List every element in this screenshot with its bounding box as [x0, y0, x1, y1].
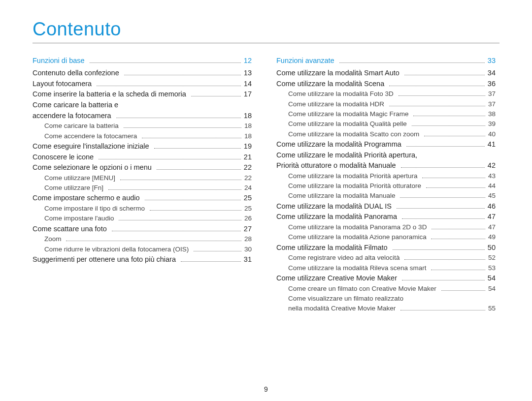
toc-entry[interactable]: Come utilizzare la modalità Azione panor… — [276, 233, 496, 242]
toc-entry[interactable]: Come impostare l'audio 26 — [33, 214, 252, 223]
toc-entry-page: 28 — [244, 235, 252, 244]
toc-entry-label: Come utilizzare le modalità Priorità ape… — [276, 151, 419, 160]
toc-leader-dots — [108, 185, 241, 190]
toc-entry-label: Come registrare video ad alta velocità — [276, 253, 401, 262]
toc-leader-dots — [406, 142, 485, 147]
toc-entry-page: 46 — [488, 202, 496, 211]
toc-entry-label: nella modalità Creative Movie Maker — [276, 304, 398, 313]
toc-entry[interactable]: Priorità otturatore o modalità Manuale 4… — [276, 161, 496, 170]
toc-entry-label: Come eseguire l'installazione iniziale — [33, 142, 151, 151]
toc-entry[interactable]: Come utilizzare la modalità Scatto con z… — [276, 130, 496, 139]
toc-entry-page: 55 — [488, 304, 496, 313]
toc-entry[interactable]: accendere la fotocamera 18 — [33, 111, 252, 121]
toc-entry-page: 36 — [488, 79, 496, 89]
toc-entry-page: 19 — [244, 142, 252, 151]
toc-entry[interactable]: Come utilizzare la modalità Priorità ott… — [276, 182, 496, 190]
toc-entry[interactable]: Come impostare schermo e audio 25 — [33, 193, 252, 203]
toc-leader-dots — [97, 81, 241, 86]
toc-entry-page: 25 — [244, 193, 252, 203]
toc-entry[interactable]: Funzioni avanzate 33 — [276, 56, 496, 65]
toc-entry[interactable]: Come ridurre le vibrazioni della fotocam… — [33, 245, 252, 254]
toc-column-left: Funzioni di base 12Contenuto della confe… — [33, 56, 252, 314]
toc-leader-dots — [194, 247, 241, 251]
toc-entry[interactable]: Come utilizzare Creative Movie Maker 54 — [276, 274, 496, 283]
toc-leader-dots — [389, 102, 485, 106]
toc-entry-page: 33 — [488, 56, 496, 65]
toc-entry[interactable]: Come utilizzare le modalità Priorità ape… — [276, 151, 496, 160]
toc-entry-label: accendere la fotocamera — [33, 111, 113, 121]
toc-entry[interactable]: Come caricare la batteria 18 — [33, 122, 252, 130]
toc-entry[interactable]: Funzioni di base 12 — [33, 56, 252, 65]
toc-entry[interactable]: Come inserire la batteria e la scheda di… — [33, 90, 252, 99]
toc-entry-page: 54 — [488, 284, 496, 293]
toc-entry-page: 52 — [488, 253, 496, 262]
toc-entry-label: Come utilizzare la modalità DUAL IS — [276, 202, 394, 211]
toc-entry[interactable]: Come utilizzare la modalità Priorità ape… — [276, 172, 496, 181]
toc-entry[interactable]: Come scattare una foto 27 — [33, 224, 252, 234]
toc-entry[interactable]: Suggerimenti per ottenere una foto più c… — [33, 255, 252, 264]
toc-leader-dots — [124, 123, 241, 128]
toc-columns: Funzioni di base 12Contenuto della confe… — [33, 56, 499, 314]
toc-leader-dots — [401, 163, 485, 168]
toc-entry[interactable]: Come utilizzare [Fn] 24 — [33, 184, 252, 192]
toc-entry-label: Come utilizzare la modalità Magic Frame — [276, 110, 410, 119]
toc-entry-page: 18 — [244, 122, 252, 130]
toc-entry-page: 21 — [244, 153, 252, 162]
toc-entry[interactable]: Come impostare il tipo di schermo 25 — [33, 204, 252, 213]
toc-entry-label: Come utilizzare la modalità Priorità ape… — [276, 172, 419, 181]
toc-entry[interactable]: Come utilizzare la modalità Panorama 2D … — [276, 223, 496, 232]
toc-entry[interactable]: nella modalità Creative Movie Maker 55 — [276, 304, 496, 313]
toc-leader-dots — [400, 306, 485, 310]
toc-entry[interactable]: Come utilizzare la modalità Filmato 50 — [276, 243, 496, 252]
toc-entry[interactable]: Come utilizzare la modalità Foto 3D 37 — [276, 90, 496, 98]
toc-entry[interactable]: Come registrare video ad alta velocità 5… — [276, 253, 496, 262]
toc-entry[interactable]: Come visualizzare un filmato realizzato — [276, 294, 496, 303]
toc-entry-page: 41 — [488, 140, 496, 149]
toc-leader-dots — [154, 144, 241, 149]
toc-entry-label: Come utilizzare la modalità Filmato — [276, 243, 390, 252]
toc-entry-page: 44 — [488, 182, 496, 190]
toc-entry-label: Suggerimenti per ottenere una foto più c… — [33, 255, 178, 264]
toc-entry[interactable]: Come selezionare le opzioni o i menu 22 — [33, 163, 252, 172]
toc-entry-page: 25 — [244, 204, 252, 213]
toc-leader-dots — [397, 204, 485, 209]
toc-entry[interactable]: Come eseguire l'installazione iniziale 1… — [33, 142, 252, 151]
toc-entry[interactable]: Come caricare la batteria e — [33, 100, 252, 110]
toc-entry[interactable]: Come utilizzare la modalità Smart Auto 3… — [276, 68, 496, 78]
toc-entry[interactable]: Come utilizzare la modalità HDR 37 — [276, 100, 496, 109]
toc-entry[interactable]: Come utilizzare la modalità Qualità pell… — [276, 120, 496, 128]
toc-entry-label: Come utilizzare [MENU] — [33, 174, 117, 183]
toc-entry[interactable]: Conoscere le icone 21 — [33, 153, 252, 162]
toc-entry[interactable]: Zoom 28 — [33, 235, 252, 244]
toc-entry-label: Come ridurre le vibrazioni della fotocam… — [33, 245, 191, 254]
toc-leader-dots — [145, 196, 241, 201]
toc-leader-dots — [402, 215, 485, 219]
toc-entry[interactable]: Layout fotocamera 14 — [33, 79, 252, 89]
toc-entry-page: 26 — [244, 214, 252, 223]
toc-entry[interactable]: Contenuto della confezione 13 — [33, 68, 252, 78]
toc-entry[interactable]: Come accendere la fotocamera 18 — [33, 132, 252, 141]
toc-entry-page: 54 — [488, 274, 496, 283]
toc-entry[interactable]: Come utilizzare [MENU] 22 — [33, 174, 252, 183]
page-number: 9 — [0, 385, 532, 393]
toc-entry[interactable]: Come utilizzare la modalità Scena 36 — [276, 79, 496, 89]
toc-leader-dots — [116, 113, 241, 118]
toc-entry-page: 39 — [488, 120, 496, 128]
toc-entry[interactable]: Come utilizzare la modalità Programma 41 — [276, 140, 496, 149]
toc-entry-label: Funzioni avanzate — [276, 56, 336, 65]
toc-entry[interactable]: Come creare un filmato con Creative Movi… — [276, 284, 496, 293]
toc-entry-page: 42 — [488, 161, 496, 170]
toc-entry-page: 31 — [244, 255, 252, 264]
toc-entry[interactable]: Come utilizzare la modalità Magic Frame … — [276, 110, 496, 119]
toc-entry[interactable]: Come utilizzare la modalità DUAL IS 46 — [276, 202, 496, 211]
toc-leader-dots — [90, 58, 241, 63]
toc-entry-label: Come utilizzare la modalità Panorama — [276, 212, 399, 221]
toc-entry-page: 53 — [488, 264, 496, 273]
toc-entry-label: Come inserire la batteria e la scheda di… — [33, 90, 188, 99]
toc-entry-page: 45 — [488, 191, 496, 200]
toc-entry[interactable]: Come utilizzare la modalità Manuale 45 — [276, 191, 496, 200]
toc-entry-label: Come impostare schermo e audio — [33, 193, 142, 203]
toc-entry[interactable]: Come utilizzare la modalità Rileva scena… — [276, 264, 496, 273]
toc-entry[interactable]: Come utilizzare la modalità Panorama 47 — [276, 212, 496, 221]
toc-entry-label: Come caricare la batteria e — [33, 100, 120, 110]
